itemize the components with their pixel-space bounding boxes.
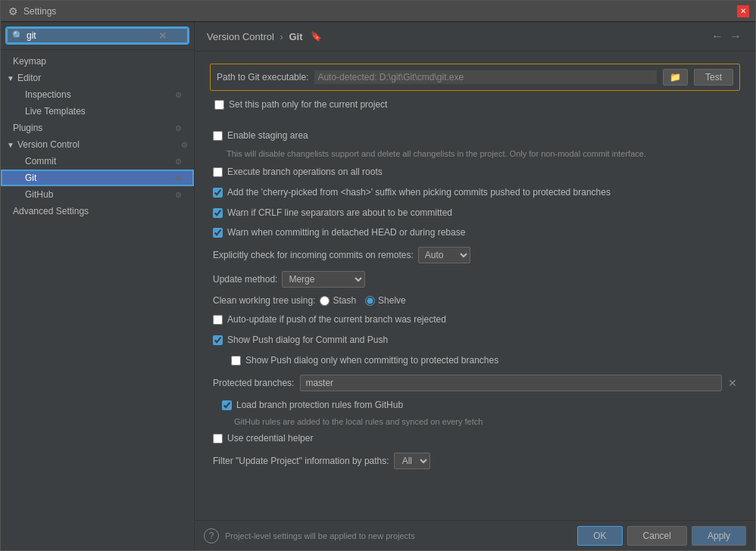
- load-protection-row: Load branch protection rules from GitHub: [210, 397, 740, 413]
- help-button[interactable]: ?: [204, 528, 219, 543]
- sidebar-item-advanced-settings[interactable]: Advanced Settings: [1, 203, 194, 219]
- credential-helper-label: Use credential helper: [227, 432, 313, 445]
- credential-helper-row: Use credential helper: [210, 431, 740, 447]
- show-push-protected-checkbox[interactable]: [231, 356, 241, 366]
- commit-settings-icon: ⚙: [175, 157, 182, 166]
- right-panel: Version Control › Git 🔖 ← → Path to Git …: [195, 22, 755, 550]
- breadcrumb-separator: ›: [280, 31, 283, 42]
- sidebar-item-editor[interactable]: ▼ Editor: [1, 70, 194, 86]
- credential-helper-checkbox[interactable]: [213, 434, 223, 444]
- filter-dropdown[interactable]: All: [394, 453, 430, 469]
- titlebar: ⚙ Settings ✕: [1, 1, 755, 22]
- incoming-commits-row: Explicitly check for incoming commits on…: [210, 245, 740, 265]
- footer-actions: OK Cancel Apply: [577, 526, 746, 546]
- clean-tree-label: Clean working tree using:: [213, 295, 315, 306]
- vc-settings-icon: ⚙: [181, 141, 188, 149]
- sidebar-item-git[interactable]: Git ⚙: [1, 170, 194, 186]
- protected-branches-label: Protected branches:: [213, 378, 294, 388]
- sidebar-item-live-templates[interactable]: Live Templates: [1, 103, 194, 120]
- update-method-dropdown[interactable]: Merge Rebase Branch Default: [282, 271, 365, 288]
- window-title: Settings: [23, 6, 56, 17]
- stash-option[interactable]: Stash: [320, 295, 356, 306]
- show-push-protected-row: Show Push dialog only when committing to…: [210, 353, 740, 369]
- sidebar-item-keymap[interactable]: Keymap: [1, 53, 194, 70]
- stash-radio[interactable]: [320, 296, 330, 306]
- sidebar-item-commit[interactable]: Commit ⚙: [1, 153, 194, 170]
- breadcrumb-current: Git: [289, 31, 302, 42]
- vc-arrow-icon: ▼: [7, 141, 14, 149]
- clean-tree-row: Clean working tree using: Stash Shelve: [210, 294, 740, 307]
- ok-button[interactable]: OK: [577, 526, 622, 546]
- warn-crlf-checkbox[interactable]: [213, 208, 223, 218]
- execute-branch-checkbox[interactable]: [213, 167, 223, 177]
- cancel-button[interactable]: Cancel: [627, 526, 687, 546]
- protected-clear-icon[interactable]: ✕: [728, 377, 737, 389]
- warn-detached-row: Warn when committing in detached HEAD or…: [210, 225, 740, 241]
- editor-arrow-icon: ▼: [7, 74, 14, 82]
- settings-window: ⚙ Settings ✕ 🔍 ✕ Keymap ▼ Editor: [0, 0, 756, 551]
- incoming-dropdown[interactable]: Auto Always Never: [418, 247, 470, 263]
- path-label: Path to Git executable:: [217, 72, 308, 82]
- git-path-input[interactable]: [314, 70, 657, 84]
- app-icon: ⚙: [7, 5, 19, 17]
- incoming-label: Explicitly check for incoming commits on…: [213, 250, 414, 260]
- git-path-row: Path to Git executable: 📁 Test: [210, 64, 740, 91]
- staging-note: This will disable changelists support an…: [226, 148, 740, 160]
- panel-content: Path to Git executable: 📁 Test Set this …: [195, 51, 755, 520]
- nav-back-button[interactable]: ←: [710, 30, 725, 43]
- shelve-label: Shelve: [378, 295, 406, 306]
- protected-branches-row: Protected branches: ✕: [210, 373, 740, 393]
- sidebar-item-inspections[interactable]: Inspections ⚙: [1, 86, 194, 103]
- panel-header: Version Control › Git 🔖 ← →: [195, 22, 755, 51]
- sidebar-item-version-control[interactable]: ▼ Version Control ⚙: [1, 136, 194, 153]
- footer-bar: ? Project-level settings will be applied…: [195, 520, 755, 550]
- cherry-picked-row: Add the 'cherry-picked from <hash>' suff…: [210, 185, 740, 201]
- browse-button[interactable]: 📁: [663, 69, 688, 86]
- nav-forward-button[interactable]: →: [728, 30, 743, 43]
- search-wrapper[interactable]: 🔍 ✕: [7, 28, 188, 43]
- warn-crlf-label: Warn if CRLF line separators are about t…: [227, 207, 452, 219]
- filter-row: Filter "Update Project" information by p…: [210, 451, 740, 471]
- nav-arrows: ← →: [710, 30, 743, 43]
- vc-label: Version Control: [17, 139, 80, 150]
- auto-update-checkbox[interactable]: [213, 315, 223, 325]
- set-path-checkbox[interactable]: [214, 100, 224, 110]
- execute-branch-row: Execute branch operations on all roots: [210, 164, 740, 180]
- show-push-label: Show Push dialog for Commit and Push: [227, 334, 388, 347]
- load-protection-label: Load branch protection rules from GitHub: [236, 399, 403, 412]
- enable-staging-row: Enable staging area: [210, 128, 740, 144]
- shelve-radio[interactable]: [365, 296, 375, 306]
- apply-button[interactable]: Apply: [692, 526, 746, 546]
- sidebar-nav: Keymap ▼ Editor Inspections ⚙ Live Templ…: [1, 50, 194, 550]
- close-button[interactable]: ✕: [737, 5, 749, 17]
- test-button[interactable]: Test: [694, 69, 733, 86]
- main-content: 🔍 ✕ Keymap ▼ Editor Inspections ⚙: [1, 22, 755, 550]
- cherry-picked-label: Add the 'cherry-picked from <hash>' suff…: [227, 186, 611, 199]
- warn-detached-checkbox[interactable]: [213, 228, 223, 238]
- clean-tree-options: Stash Shelve: [320, 295, 405, 306]
- search-input[interactable]: [27, 30, 155, 41]
- breadcrumb-parent: Version Control: [207, 31, 274, 42]
- load-protection-checkbox[interactable]: [222, 400, 232, 410]
- sidebar-item-github[interactable]: GitHub ⚙: [1, 186, 194, 203]
- bookmark-icon: 🔖: [311, 31, 322, 42]
- update-method-row: Update method: Merge Rebase Branch Defau…: [210, 269, 740, 289]
- github-note: GitHub rules are added to the local rule…: [234, 417, 740, 426]
- search-clear-icon[interactable]: ✕: [158, 30, 167, 41]
- plugins-settings-icon: ⚙: [175, 124, 182, 132]
- show-push-checkbox[interactable]: [213, 335, 223, 345]
- execute-branch-label: Execute branch operations on all roots: [227, 166, 383, 179]
- inspections-settings-icon: ⚙: [175, 91, 182, 99]
- window-controls: ✕: [737, 5, 749, 17]
- warn-detached-label: Warn when committing in detached HEAD or…: [227, 226, 465, 239]
- sidebar: 🔍 ✕ Keymap ▼ Editor Inspections ⚙: [1, 22, 195, 550]
- set-path-label: Set this path only for the current proje…: [229, 98, 387, 111]
- enable-staging-checkbox[interactable]: [213, 131, 223, 141]
- protected-branches-input[interactable]: [300, 375, 722, 391]
- update-method-label: Update method:: [213, 274, 277, 285]
- cherry-picked-checkbox[interactable]: [213, 188, 223, 198]
- shelve-option[interactable]: Shelve: [365, 295, 406, 306]
- show-push-dialog-row: Show Push dialog for Commit and Push: [210, 332, 740, 348]
- sidebar-item-plugins[interactable]: Plugins ⚙: [1, 120, 194, 136]
- footer-info-text: Project-level settings will be applied t…: [225, 531, 415, 540]
